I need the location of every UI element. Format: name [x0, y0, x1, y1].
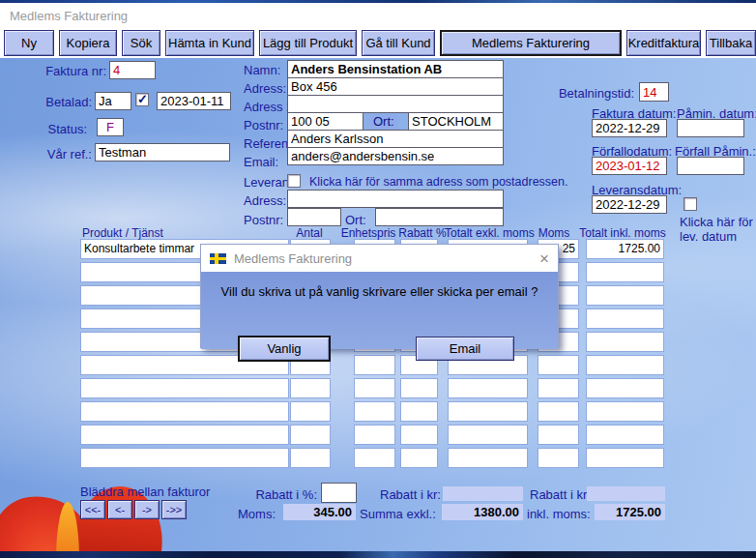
item-cell-tot_inkl[interactable]: [586, 378, 664, 398]
item-cell-tot_inkl[interactable]: [586, 262, 664, 282]
item-cell-produkt[interactable]: [80, 401, 289, 422]
item-cell-moms[interactable]: [538, 425, 579, 445]
item-cell-produkt[interactable]: [80, 425, 289, 445]
item-cell-moms[interactable]: [538, 355, 579, 375]
vanlig-button[interactable]: Vanlig: [238, 336, 331, 362]
item-cell-rabatt[interactable]: [400, 425, 438, 445]
leverans-postnr-input[interactable]: [287, 208, 341, 226]
same-address-checkbox[interactable]: [287, 174, 301, 188]
moms-label: Moms:: [238, 507, 276, 521]
header-enhetspris: Enhetspris: [338, 226, 398, 240]
header-rabatt: Rabatt %: [396, 226, 449, 240]
item-cell-enhetspris[interactable]: [354, 355, 395, 375]
forfall-pamin-input[interactable]: [677, 157, 744, 175]
toolbar-button-kopiera[interactable]: Kopiera: [59, 30, 117, 56]
dialog-title: Medlems Fakturering: [234, 251, 352, 266]
dialog-title-bar[interactable]: Medlems Fakturering ×: [201, 245, 558, 272]
nav-first-button[interactable]: <<-: [80, 500, 105, 519]
browse-invoices-label: Bläddra mellan fakturor: [80, 485, 210, 499]
item-cell-tot_inkl[interactable]: [586, 308, 664, 329]
item-cell-tot_inkl[interactable]: 1725.00: [586, 239, 664, 259]
moms-value: 345.00: [283, 504, 356, 520]
rabatt-kr2-field[interactable]: [587, 486, 665, 501]
item-cell-rabatt[interactable]: [400, 448, 438, 468]
toolbar-button-tillbaka[interactable]: Tillbaka: [706, 30, 756, 56]
leverans-adress-input[interactable]: [287, 190, 504, 208]
var-ref-input[interactable]: [95, 143, 230, 162]
pamin-datum-input[interactable]: [677, 119, 744, 137]
nav-next-button[interactable]: ->: [134, 500, 160, 519]
rabatt-kr1-label: Rabatt i kr:: [380, 487, 441, 502]
item-cell-tot_inkl[interactable]: [586, 332, 664, 352]
item-cell-tot_exkl[interactable]: [448, 378, 528, 398]
table-row: [80, 425, 682, 448]
table-row: [80, 401, 682, 425]
postnr-input[interactable]: [287, 112, 363, 131]
item-cell-tot_inkl[interactable]: [586, 401, 664, 422]
betalningstid-label: Betalningstid:: [541, 86, 634, 101]
item-cell-moms[interactable]: [538, 401, 579, 422]
referens-input[interactable]: [287, 130, 504, 148]
item-cell-tot_inkl[interactable]: [586, 448, 664, 468]
betalad-input[interactable]: [95, 92, 131, 110]
item-cell-produkt[interactable]: [80, 378, 289, 398]
betalningstid-input[interactable]: [639, 82, 669, 102]
rabatt-kr1-field[interactable]: [443, 486, 523, 501]
invoice-nav-buttons: <<- <- -> ->>: [80, 500, 187, 519]
status-input[interactable]: [97, 118, 124, 136]
rabatt-pct-input[interactable]: [321, 483, 357, 503]
toolbar-button-ga-till-kund[interactable]: Gå till Kund: [362, 30, 435, 56]
betalad-checkbox[interactable]: [135, 93, 149, 106]
item-cell-moms[interactable]: [538, 378, 579, 398]
close-icon[interactable]: ×: [539, 250, 549, 267]
toolbar-button-sok[interactable]: Sök: [122, 30, 160, 56]
nav-prev-button[interactable]: <-: [107, 500, 132, 519]
item-cell-antal[interactable]: [290, 425, 331, 445]
leverans-ort-input[interactable]: [375, 208, 504, 226]
header-produkt-tjanst: Produkt / Tjänst: [82, 226, 163, 240]
namn-input[interactable]: [287, 60, 504, 78]
leverans-postnr-label: Postnr:: [244, 213, 283, 227]
ort-input[interactable]: [408, 112, 504, 131]
item-cell-tot_inkl[interactable]: [586, 355, 664, 375]
item-cell-tot_inkl[interactable]: [586, 285, 664, 306]
email-input[interactable]: [287, 147, 504, 165]
item-cell-antal[interactable]: [290, 448, 331, 468]
email-button[interactable]: Email: [416, 337, 514, 361]
lev-datum-checkbox[interactable]: [683, 197, 697, 211]
summa-exkl-value: 1380.00: [442, 504, 523, 520]
item-cell-moms[interactable]: [538, 448, 579, 468]
item-cell-rabatt[interactable]: [400, 378, 438, 398]
item-cell-enhetspris[interactable]: [354, 425, 395, 445]
faktura-nr-input[interactable]: [109, 61, 156, 79]
item-cell-antal[interactable]: [290, 401, 331, 422]
lev-datum-text: Klicka här förlev. datum: [680, 215, 755, 244]
faktura-nr-label: Faktura nr:: [19, 64, 106, 78]
leveransdatum-input[interactable]: [592, 195, 667, 214]
faktura-datum-input[interactable]: [592, 119, 667, 137]
toolbar-button-hamta-in-kund[interactable]: Hämta in Kund: [165, 30, 254, 56]
header-moms: Moms: [532, 226, 576, 240]
item-cell-enhetspris[interactable]: [354, 401, 395, 422]
item-cell-antal[interactable]: [290, 378, 331, 398]
item-cell-enhetspris[interactable]: [354, 448, 395, 468]
forfallodatum-input[interactable]: [592, 157, 667, 175]
item-cell-tot_inkl[interactable]: [586, 425, 664, 445]
item-cell-rabatt[interactable]: [400, 401, 438, 422]
toolbar-button-medlems-fakturering[interactable]: Medlems Fakturering: [440, 30, 622, 56]
item-cell-produkt[interactable]: [80, 448, 289, 468]
adress2-input[interactable]: [287, 95, 504, 113]
toolbar-button-ny[interactable]: Ny: [4, 30, 54, 56]
item-cell-tot_exkl[interactable]: [448, 425, 528, 445]
window-title-bar[interactable]: Medlems Fakturering: [0, 3, 756, 28]
dialog-message: Vill du skriva ut på vanlig skrivare ell…: [201, 284, 558, 299]
item-cell-tot_exkl[interactable]: [448, 448, 528, 468]
nav-last-button[interactable]: ->>: [161, 500, 187, 519]
toolbar-button-kreditfaktura[interactable]: Kreditfaktura: [626, 30, 701, 56]
item-cell-enhetspris[interactable]: [354, 378, 395, 398]
betalad-datum-input[interactable]: [157, 92, 231, 110]
adress-label: Adress:: [244, 81, 286, 96]
adress-input[interactable]: [287, 77, 504, 96]
item-cell-tot_exkl[interactable]: [448, 401, 528, 422]
toolbar-button-lagg-till-produkt[interactable]: Lägg till Produkt: [259, 30, 357, 56]
